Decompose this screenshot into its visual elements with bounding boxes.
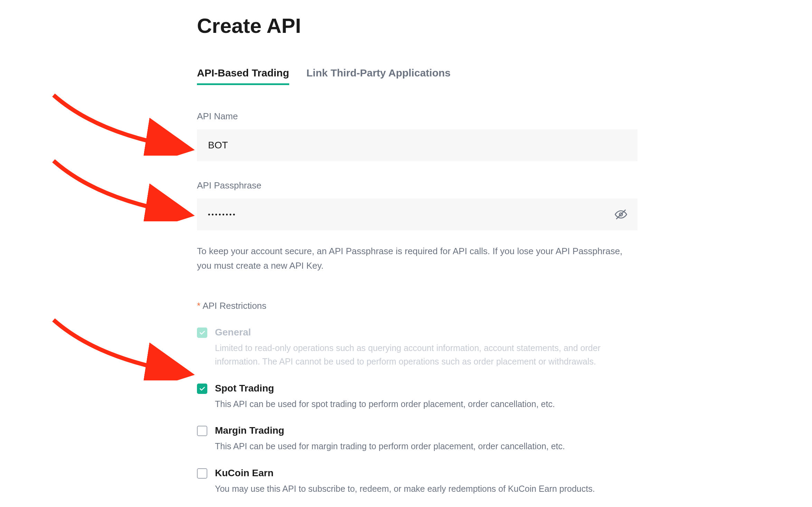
restriction-desc: Limited to read-only operations such as … — [215, 341, 638, 368]
api-restrictions-label: *API Restrictions — [197, 301, 638, 311]
restriction-title: Spot Trading — [215, 383, 638, 394]
api-passphrase-label: API Passphrase — [197, 180, 638, 191]
restriction-desc: This API can be used for spot trading to… — [215, 397, 638, 411]
restriction-title: KuCoin Earn — [215, 468, 638, 479]
restriction-title: Margin Trading — [215, 425, 638, 436]
restriction-desc: You may use this API to subscribe to, re… — [215, 482, 638, 496]
checkbox-spot-trading[interactable] — [197, 384, 207, 394]
checkbox-kucoin-earn[interactable] — [197, 468, 207, 479]
restriction-title: General — [215, 327, 638, 338]
annotation-arrow-2 — [50, 159, 195, 221]
tab-api-based-trading[interactable]: API-Based Trading — [197, 67, 289, 85]
restriction-desc: This API can be used for margin trading … — [215, 440, 638, 453]
page-title: Create API — [197, 14, 638, 38]
toggle-password-visibility-icon[interactable] — [615, 208, 627, 221]
annotation-arrow-3 — [50, 318, 195, 380]
tab-link-third-party[interactable]: Link Third-Party Applications — [306, 67, 451, 85]
api-name-label: API Name — [197, 111, 638, 122]
api-passphrase-input[interactable] — [197, 199, 638, 230]
restriction-kucoin-earn: KuCoin Earn You may use this API to subs… — [197, 468, 638, 496]
tabs: API-Based Trading Link Third-Party Appli… — [197, 67, 638, 85]
required-star-icon: * — [197, 301, 200, 311]
annotation-arrow-1 — [50, 93, 195, 156]
passphrase-helper-text: To keep your account secure, an API Pass… — [197, 244, 638, 273]
restriction-spot-trading: Spot Trading This API can be used for sp… — [197, 383, 638, 411]
api-name-input[interactable] — [197, 129, 638, 161]
checkbox-margin-trading[interactable] — [197, 426, 207, 436]
form-container: Create API API-Based Trading Link Third-… — [197, 0, 638, 507]
checkbox-general — [197, 328, 207, 338]
restriction-general: General Limited to read-only operations … — [197, 327, 638, 368]
restriction-margin-trading: Margin Trading This API can be used for … — [197, 425, 638, 453]
